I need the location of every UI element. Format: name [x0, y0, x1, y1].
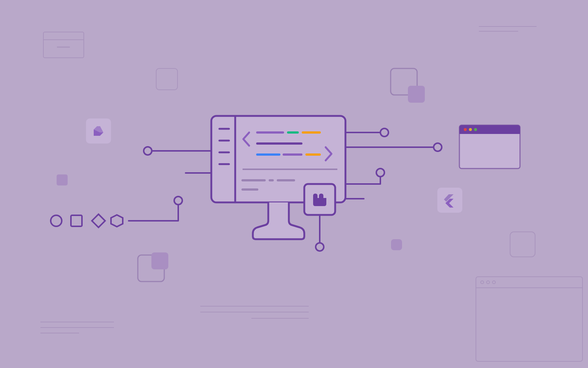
traffic-light-red-icon: [464, 128, 467, 131]
svg-rect-22: [151, 252, 168, 269]
circle-shape-icon: [51, 215, 62, 226]
flutter-logo-icon: [437, 188, 462, 213]
square-shape-icon: [71, 215, 82, 226]
svg-rect-0: [43, 32, 84, 58]
svg-point-15: [487, 281, 490, 284]
svg-rect-12: [476, 277, 582, 361]
svg-rect-5: [156, 68, 178, 90]
traffic-light-yellow-icon: [469, 128, 472, 131]
svg-rect-53: [459, 132, 520, 134]
browser-window-icon: [459, 125, 520, 169]
traffic-light-green-icon: [474, 128, 477, 131]
svg-point-27: [174, 197, 182, 205]
svg-point-16: [492, 281, 495, 284]
diamond-shape-icon: [92, 214, 105, 227]
illustration-svg: [0, 0, 588, 368]
svg-point-30: [376, 169, 384, 177]
svg-point-29: [434, 143, 442, 151]
svg-point-31: [316, 243, 324, 251]
svg-rect-19: [408, 86, 425, 103]
svg-rect-23: [391, 239, 402, 250]
plugin-card: [304, 184, 335, 215]
svg-point-14: [481, 281, 484, 284]
svg-rect-17: [510, 232, 535, 257]
svg-rect-20: [57, 174, 68, 185]
shape-row: [51, 214, 123, 227]
hexagon-shape-icon: [111, 215, 123, 227]
monitor-icon: [211, 116, 345, 239]
developer-illustration: [0, 0, 588, 368]
svg-point-28: [380, 128, 388, 137]
dart-logo-icon: [86, 118, 111, 144]
svg-point-26: [144, 147, 152, 155]
